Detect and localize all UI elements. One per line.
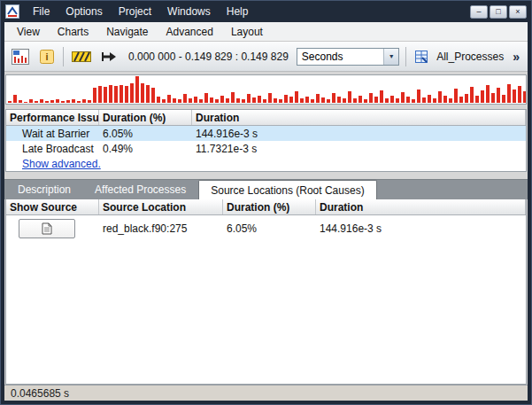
time-range-display: 0.000 000 - 0.149 829 : 0.149 829 — [128, 51, 289, 63]
menu-file[interactable]: File — [26, 4, 57, 19]
view-menubar: View Charts Navigate Advanced Layout — [4, 22, 528, 42]
column-header-duration-pct[interactable]: Duration (%) — [223, 199, 316, 214]
menu-project[interactable]: Project — [112, 4, 158, 19]
chevron-down-icon[interactable]: ▼ — [383, 49, 398, 65]
app-icon — [5, 4, 19, 19]
toolbar-separator — [63, 47, 64, 66]
issue-duration-pct: 0.49% — [99, 143, 192, 155]
tab-affected-processes[interactable]: Affected Processes — [83, 181, 197, 199]
toolbar: i 0.000 000 - 0.149 829 : 0.149 829 S — [4, 42, 528, 72]
barrier-icon[interactable] — [70, 45, 93, 68]
goto-time-icon[interactable] — [99, 45, 120, 68]
tab-source-locations[interactable]: Source Locations (Root Causes) — [198, 180, 376, 199]
column-header-duration-pct[interactable]: Duration (%) — [99, 110, 192, 125]
issue-name: Late Broadcast — [6, 143, 99, 155]
table-row-wait-at-barrier[interactable]: Wait at Barrier 6.05% 144.916e-3 s — [6, 126, 526, 141]
info-icon[interactable]: i — [37, 45, 57, 68]
column-header-performance-issue[interactable]: Performance Issue — [6, 110, 99, 125]
menu-advanced[interactable]: Advanced — [158, 24, 222, 40]
maximize-button[interactable]: □ — [490, 5, 507, 19]
table-row-source-location[interactable]: red_black.f90:275 6.05% 144.916e-3 s — [6, 215, 526, 242]
column-header-source-location[interactable]: Source Location — [99, 199, 223, 214]
chart-view-icon[interactable] — [10, 45, 31, 68]
menu-navigate[interactable]: Navigate — [97, 24, 157, 40]
toolbar-separator — [405, 47, 406, 66]
titlebar: File Options Project Windows Help – □ × — [1, 1, 531, 22]
toolbar-overflow-chevron[interactable]: » — [510, 50, 522, 64]
column-header-duration[interactable]: Duration — [192, 110, 526, 125]
status-time-value: 0.0465685 s — [11, 387, 69, 400]
document-icon — [42, 222, 52, 235]
menu-help[interactable]: Help — [220, 4, 256, 19]
processes-icon[interactable] — [412, 45, 430, 68]
column-header-show-source[interactable]: Show Source — [6, 199, 99, 214]
issue-name: Wait at Barrier — [6, 128, 99, 140]
detail-tabbar: Description Affected Processes Source Lo… — [4, 179, 528, 199]
menu-layout[interactable]: Layout — [222, 24, 272, 40]
source-duration-pct: 6.05% — [223, 222, 316, 235]
process-aggregation-label[interactable]: All_Processes — [436, 51, 504, 63]
menu-view[interactable]: View — [8, 24, 49, 40]
time-unit-select[interactable]: Seconds ▼ — [297, 48, 399, 66]
menu-charts[interactable]: Charts — [49, 24, 97, 40]
table-row-late-broadcast[interactable]: Late Broadcast 0.49% 11.7321e-3 s — [6, 141, 526, 156]
column-header-duration[interactable]: Duration — [316, 199, 526, 214]
svg-text:i: i — [45, 51, 48, 62]
window-content: View Charts Navigate Advanced Layout — [4, 22, 528, 401]
minimize-button[interactable]: – — [470, 5, 488, 19]
source-duration: 144.916e-3 s — [316, 222, 526, 235]
show-advanced-row: Show advanced. — [6, 156, 526, 171]
show-source-button[interactable] — [19, 219, 75, 238]
window-controls: – □ × — [470, 5, 527, 19]
issue-duration-pct: 6.05% — [99, 128, 192, 140]
performance-issues-table: Performance Issue Duration (%) Duration … — [5, 109, 527, 172]
close-button[interactable]: × — [509, 5, 527, 19]
timeline-histogram[interactable] — [5, 74, 527, 105]
issue-duration: 144.916e-3 s — [192, 128, 526, 140]
show-advanced-link[interactable]: Show advanced. — [22, 158, 101, 170]
source-location-value: red_black.f90:275 — [99, 222, 223, 235]
tab-description[interactable]: Description — [6, 181, 82, 199]
menu-options[interactable]: Options — [58, 4, 109, 19]
show-source-cell — [6, 219, 99, 238]
source-locations-table: Show Source Source Location Duration (%)… — [5, 199, 527, 385]
menu-windows[interactable]: Windows — [160, 4, 218, 19]
time-unit-value: Seconds — [297, 51, 383, 63]
statusbar: 0.0465685 s — [4, 385, 528, 401]
source-table-header: Show Source Source Location Duration (%)… — [6, 199, 526, 215]
issue-duration: 11.7321e-3 s — [192, 143, 526, 155]
issues-table-header: Performance Issue Duration (%) Duration — [6, 110, 526, 126]
app-window: File Options Project Windows Help – □ × … — [0, 0, 532, 405]
